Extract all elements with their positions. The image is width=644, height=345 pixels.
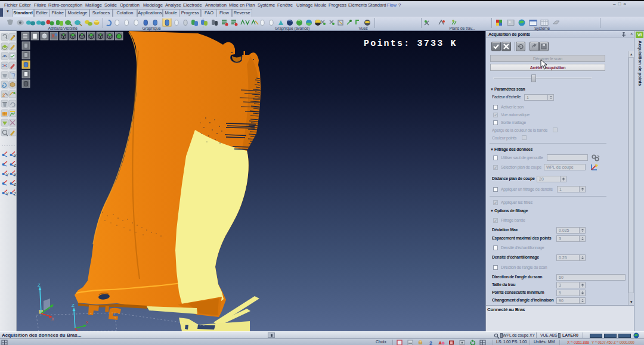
svg-text:2: 2 — [429, 340, 432, 345]
svg-text:2: 2 — [2, 92, 5, 98]
svg-text:Z: Z — [72, 303, 75, 308]
svg-text:X: X — [86, 321, 88, 324]
svg-text:Y: Y — [6, 173, 9, 177]
svg-text:X: X — [51, 317, 54, 321]
svg-text:Z: Z — [38, 282, 41, 288]
svg-text:Y: Y — [6, 192, 9, 196]
